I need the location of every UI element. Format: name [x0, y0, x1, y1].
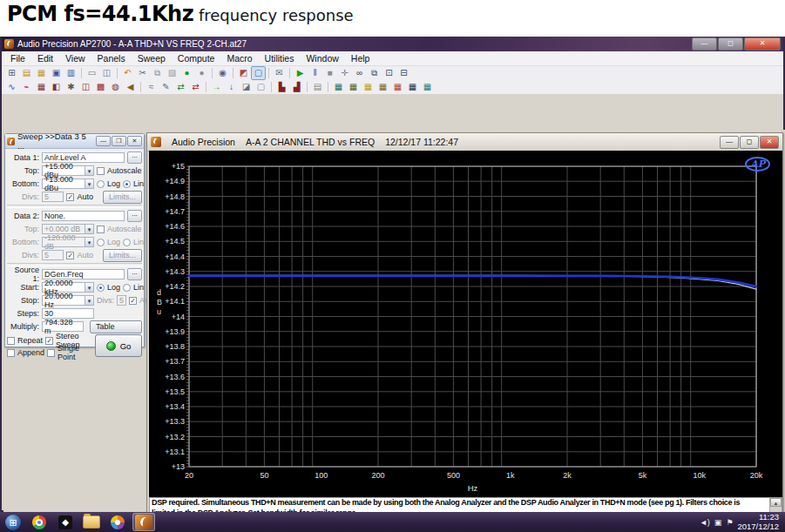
data1-divs-input[interactable]: 5	[42, 192, 64, 202]
source1-auto-checkbox[interactable]	[129, 297, 137, 305]
maximize-button[interactable]: ◻	[718, 37, 743, 51]
minimize-button[interactable]: —	[692, 37, 717, 51]
panel-button-2[interactable]: ▦	[346, 80, 361, 94]
panel-button-3[interactable]: ▦	[361, 80, 376, 94]
source1-browse-button[interactable]: ...	[127, 268, 142, 280]
status-bits-icon[interactable]: ▟	[289, 80, 304, 94]
sweep-close-button[interactable]: ✕	[127, 136, 142, 146]
undo-icon[interactable]: ↶	[120, 66, 135, 80]
graph-close-button[interactable]: ✕	[760, 136, 779, 149]
data2-input[interactable]: None.	[42, 211, 125, 221]
close-button[interactable]: ✕	[744, 37, 781, 51]
menu-view[interactable]: View	[59, 52, 91, 64]
data2-log-radio[interactable]	[97, 239, 105, 246]
menu-sweep[interactable]: Sweep	[132, 52, 172, 64]
digital-io-icon[interactable]: ◫	[78, 80, 93, 94]
copy-icon[interactable]: ⧉	[150, 66, 165, 80]
append-checkbox[interactable]	[7, 349, 15, 357]
analog-analyzer-icon[interactable]: ∿	[4, 80, 19, 94]
print-icon[interactable]: ▭	[85, 66, 99, 80]
open-test-icon[interactable]: ▤	[19, 66, 34, 80]
data1-autoscale-checkbox[interactable]	[97, 167, 105, 175]
graph-minimize-button[interactable]: —	[720, 136, 739, 149]
scroll-up-icon[interactable]: ▲	[770, 498, 782, 507]
dsp-analyzer-icon[interactable]: ▦	[34, 80, 49, 94]
pattern-icon[interactable]: ▩	[93, 80, 108, 94]
explorer-icon[interactable]	[80, 513, 103, 531]
data1-auto-checkbox[interactable]	[66, 193, 74, 201]
hand-icon[interactable]: ✛	[337, 66, 352, 80]
email-icon[interactable]: ✉	[272, 66, 287, 80]
action-center-flag-icon[interactable]: ⚑	[726, 518, 733, 527]
settings-gear-icon[interactable]: ✱	[64, 80, 78, 94]
display-icon[interactable]: ▣	[714, 518, 722, 527]
clock[interactable]: 11:23 2017/12/12	[737, 513, 779, 531]
regulation-icon[interactable]: ◉	[215, 66, 230, 80]
settling-green-icon[interactable]: ⇄	[173, 80, 188, 94]
data2-autoscale-checkbox[interactable]	[97, 226, 105, 233]
monitor-icon[interactable]: ▢	[251, 66, 266, 80]
table-sweep-button[interactable]: Table Sweep...	[90, 320, 142, 333]
save-as-icon[interactable]: ▥	[64, 66, 78, 80]
jitter-icon[interactable]: ◍	[108, 80, 123, 94]
abort-gray-icon[interactable]: ●	[194, 66, 209, 80]
data1-browse-button[interactable]: ...	[127, 152, 142, 164]
settling-red-icon[interactable]: ⇄	[188, 80, 203, 94]
multiply-input[interactable]: 794.328 m	[42, 321, 84, 332]
snapshot-icon[interactable]: ◩	[236, 66, 251, 80]
source1-stop-combo[interactable]: 20.0000 Hz	[42, 295, 94, 306]
data1-bottom-combo[interactable]: +13.000 dBu	[42, 178, 94, 189]
new-test-icon[interactable]: ⊞	[4, 66, 19, 80]
menu-compute[interactable]: Compute	[172, 52, 221, 64]
menu-help[interactable]: Help	[345, 52, 376, 64]
source1-divs-input[interactable]: 5	[117, 295, 126, 306]
foobar2000-icon[interactable]: ◆	[54, 513, 77, 531]
app-titlebar[interactable]: Audio Precision AP2700 - A-A THD+N VS FR…	[2, 37, 783, 51]
graph-titlebar[interactable]: Audio Precision A-A 2 CHANNEL THD vs FRE…	[147, 133, 782, 152]
panel-button-7[interactable]: ▦	[420, 80, 435, 94]
menu-edit[interactable]: Edit	[31, 52, 59, 64]
append-test-icon[interactable]: ▦	[34, 66, 49, 80]
source1-lin-radio[interactable]	[123, 284, 131, 292]
graph-panel-icon[interactable]: ◪	[239, 80, 254, 94]
append-arrow-icon[interactable]: ↓	[224, 80, 239, 94]
sweep-panel-titlebar[interactable]: Sweep >>Data 3 5 ... — ❐ ✕	[5, 134, 144, 149]
go-green-icon[interactable]: ●	[179, 66, 194, 80]
data2-lin-radio[interactable]	[123, 239, 131, 246]
menu-macro[interactable]: Macro	[220, 52, 258, 64]
print-preview-icon[interactable]: ◫	[99, 66, 114, 80]
data2-bottom-combo[interactable]: -120.000 dB	[42, 237, 94, 247]
graph-maximize-button[interactable]: ◻	[740, 136, 759, 149]
data1-lin-radio[interactable]	[123, 180, 131, 188]
menu-file[interactable]: File	[4, 52, 31, 64]
volume-icon[interactable]: ◄)	[700, 518, 710, 527]
source1-log-radio[interactable]	[97, 284, 105, 292]
data2-browse-button[interactable]: ...	[127, 210, 142, 222]
bargraph-icon[interactable]: ▙	[274, 80, 289, 94]
cut-icon[interactable]: ✂	[135, 66, 150, 80]
panel-button-6[interactable]: ▦	[405, 80, 420, 94]
settle-pencil-icon[interactable]: ✎	[159, 80, 173, 94]
data1-limits-button[interactable]: Limits...	[103, 191, 142, 204]
panel-button-5[interactable]: ▦	[390, 80, 405, 94]
speaker-icon[interactable]: ◀	[123, 80, 138, 94]
sweep-minimize-button[interactable]: —	[96, 136, 111, 146]
audio-precision-icon[interactable]	[132, 513, 155, 531]
pause-icon[interactable]: ‖	[308, 66, 322, 80]
play-icon[interactable]: ▶	[293, 66, 308, 80]
data2-limits-button[interactable]: Limits...	[103, 249, 142, 262]
menu-window[interactable]: Window	[300, 52, 344, 64]
dual-monitor-icon[interactable]: ⊡	[382, 66, 396, 80]
sweep-restore-button[interactable]: ❐	[112, 136, 126, 146]
analog-generator-icon[interactable]: ⌁	[19, 80, 34, 94]
page-setup-icon[interactable]: ▤	[310, 80, 325, 94]
go-button[interactable]: Go	[95, 334, 142, 357]
panel-button-4[interactable]: ▦	[376, 80, 390, 94]
data2-auto-checkbox[interactable]	[66, 252, 74, 259]
paste-icon[interactable]: ▨	[165, 66, 179, 80]
data1-log-radio[interactable]	[97, 180, 105, 188]
menu-utilities[interactable]: Utilities	[259, 52, 301, 64]
screen-copy-icon[interactable]: ⧉	[367, 66, 382, 80]
chrome-icon[interactable]	[28, 513, 51, 531]
sweep-spectrum-icon[interactable]: ≈	[144, 80, 159, 94]
